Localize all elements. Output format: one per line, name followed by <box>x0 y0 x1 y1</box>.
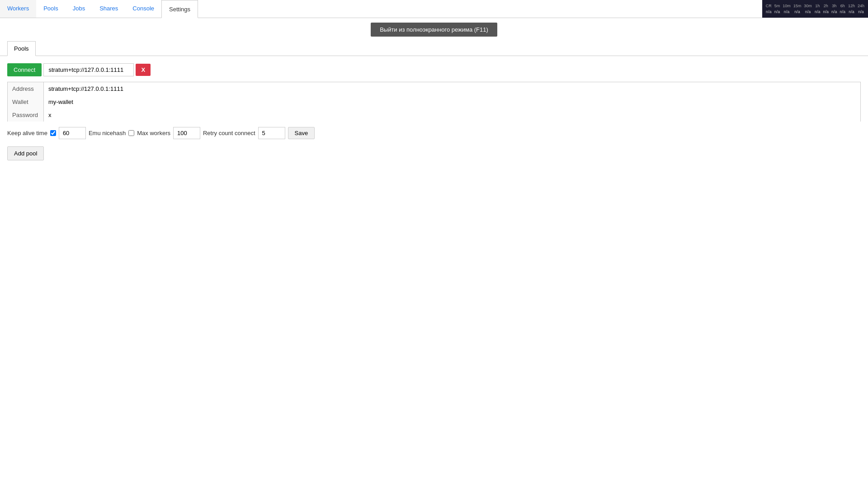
nav-jobs[interactable]: Jobs <box>66 0 92 18</box>
keep-alive-label: Keep alive time <box>7 130 47 136</box>
top-nav: Workers Pools Jobs Shares Console Settin… <box>0 0 868 18</box>
stat-col-6h: 6hn/a <box>840 3 845 14</box>
stat-col-10m: 10mn/a <box>783 3 791 14</box>
retry-count-input[interactable] <box>258 127 285 139</box>
nav-workers[interactable]: Workers <box>0 0 36 18</box>
stat-col-1h: 1hn/a <box>815 3 821 14</box>
address-field-row: Address <box>8 82 860 96</box>
add-pool-button[interactable]: Add pool <box>7 146 44 160</box>
nav-pools[interactable]: Pools <box>36 0 66 18</box>
stat-col-2h: 2hn/a <box>823 3 829 14</box>
max-workers-input[interactable] <box>173 127 200 139</box>
fullscreen-button[interactable]: Выйти из полноэкранного режима (F11) <box>371 23 497 37</box>
pool-config-section: Connect stratum+tcp://127.0.0.1:1111 X A… <box>0 56 868 168</box>
stat-col-12h: 12hn/a <box>848 3 855 14</box>
max-workers-label: Max workers <box>137 130 170 136</box>
options-row: Keep alive time Emu nicehash Max workers… <box>7 127 861 139</box>
save-button[interactable]: Save <box>288 127 315 139</box>
remove-pool-button[interactable]: X <box>136 64 151 76</box>
retry-count-label: Retry count connect <box>203 130 255 136</box>
wallet-input[interactable] <box>44 95 860 108</box>
nav-settings[interactable]: Settings <box>161 0 198 18</box>
wallet-label: Wallet <box>8 95 44 108</box>
stat-col-30m: 30mn/a <box>804 3 812 14</box>
pool-fields: Address Wallet Password <box>7 82 861 122</box>
password-input[interactable] <box>44 108 860 122</box>
stat-col-24h: 24hn/a <box>858 3 864 14</box>
keep-alive-input[interactable] <box>59 127 86 139</box>
stat-col-3h: 3hn/a <box>831 3 837 14</box>
pools-tabs-section: Pools <box>0 41 868 56</box>
address-input[interactable] <box>44 82 860 95</box>
password-label: Password <box>8 108 44 122</box>
fullscreen-bar: Выйти из полноэкранного режима (F11) <box>0 18 868 41</box>
emu-nicehash-checkbox[interactable] <box>128 130 134 136</box>
connect-row: Connect stratum+tcp://127.0.0.1:1111 X <box>7 63 861 76</box>
stat-col-cr: CRn/a <box>766 3 772 14</box>
address-label: Address <box>8 82 44 95</box>
nav-shares[interactable]: Shares <box>92 0 125 18</box>
stat-col-5m: 5mn/a <box>774 3 780 14</box>
wallet-field-row: Wallet <box>8 95 860 109</box>
stats-bar: CRn/a5mn/a10mn/a15mn/a30mn/a1hn/a2hn/a3h… <box>762 0 868 18</box>
nav-console[interactable]: Console <box>125 0 161 18</box>
pools-tab[interactable]: Pools <box>7 41 36 56</box>
connect-address-display: stratum+tcp://127.0.0.1:1111 <box>43 63 134 76</box>
stat-col-15m: 15mn/a <box>793 3 802 14</box>
keep-alive-checkbox[interactable] <box>50 130 56 136</box>
connect-button[interactable]: Connect <box>7 63 42 76</box>
emu-nicehash-label: Emu nicehash <box>89 130 126 136</box>
password-field-row: Password <box>8 108 860 122</box>
